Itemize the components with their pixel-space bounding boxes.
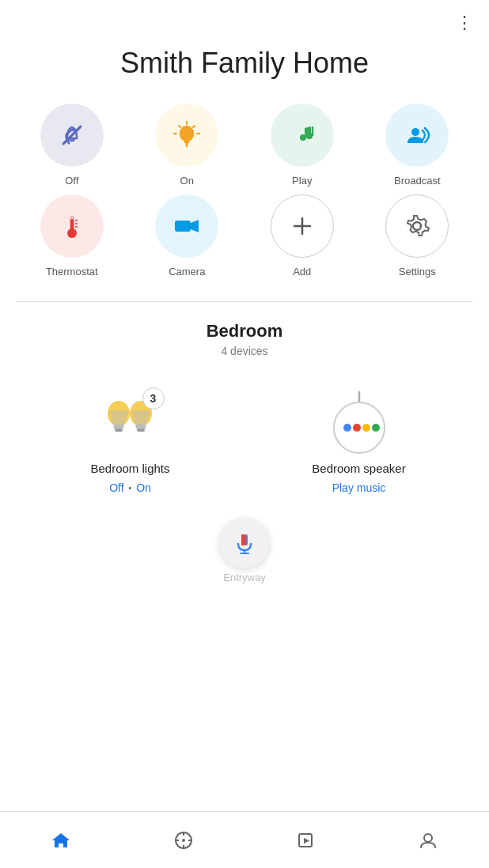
svg-point-26	[413, 222, 421, 230]
settings-label: Settings	[399, 266, 436, 277]
room-device-count: 4 devices	[0, 345, 489, 357]
off-label: Off	[65, 175, 78, 187]
svg-point-14	[411, 128, 419, 136]
svg-marker-23	[191, 220, 199, 232]
shortcut-on[interactable]: On	[131, 104, 244, 187]
on-label: On	[180, 175, 194, 187]
nav-home[interactable]	[35, 824, 87, 857]
speaker-action: Play music	[332, 481, 386, 494]
device-bedroom-speaker[interactable]: Bedroom speaker Play music	[244, 376, 473, 510]
mic-button[interactable]	[219, 518, 270, 568]
svg-rect-22	[175, 221, 191, 232]
home-title: Smith Family Home	[0, 32, 489, 104]
section-divider	[16, 301, 473, 302]
more-options-button[interactable]: ⋮	[456, 14, 475, 32]
account-icon	[418, 830, 438, 851]
svg-marker-30	[109, 410, 128, 429]
status-separator: •	[129, 484, 132, 492]
entryway-label: Entryway	[0, 568, 489, 647]
svg-point-37	[343, 424, 351, 432]
nav-explore[interactable]	[157, 824, 210, 857]
broadcast-icon	[401, 119, 433, 151]
svg-line-8	[179, 126, 180, 127]
svg-point-47	[182, 839, 185, 842]
shortcut-play[interactable]: Play	[246, 104, 358, 187]
thermostat-icon	[57, 211, 87, 241]
thermostat-label: Thermostat	[46, 266, 98, 277]
svg-marker-34	[131, 410, 150, 429]
shortcut-add[interactable]: Add	[246, 194, 358, 277]
routines-icon	[295, 830, 316, 851]
broadcast-circle	[385, 104, 449, 167]
camera-circle	[155, 194, 218, 258]
lights-device-name: Bedroom lights	[90, 462, 169, 475]
lights-status-on: On	[136, 481, 151, 494]
settings-icon	[404, 213, 430, 240]
off-circle	[40, 104, 104, 167]
add-label: Add	[293, 266, 311, 277]
play-icon	[287, 120, 317, 150]
room-name: Bedroom	[0, 321, 489, 342]
on-circle	[155, 104, 218, 167]
bottom-navigation	[0, 811, 489, 868]
lights-device-status: Off • On	[109, 481, 151, 494]
shortcut-thermostat[interactable]: Thermostat	[16, 194, 128, 277]
camera-icon	[172, 211, 202, 241]
camera-label: Camera	[169, 266, 205, 277]
play-circle	[271, 104, 334, 167]
shortcut-off[interactable]: Off	[16, 104, 128, 187]
svg-point-40	[372, 424, 380, 432]
svg-point-38	[353, 424, 361, 432]
mic-icon	[233, 531, 256, 555]
shortcuts-grid: Off On	[0, 104, 489, 293]
shortcut-camera[interactable]: Camera	[131, 194, 244, 277]
room-section: Bedroom 4 devices	[0, 321, 489, 647]
svg-line-6	[193, 126, 195, 127]
svg-rect-45	[244, 534, 248, 545]
svg-marker-53	[304, 838, 309, 843]
lights-icon-wrap: 3	[95, 384, 166, 455]
shortcut-settings[interactable]: Settings	[362, 194, 474, 277]
svg-point-2	[180, 126, 193, 141]
thermostat-circle	[40, 194, 104, 258]
shortcut-broadcast[interactable]: Broadcast	[362, 104, 474, 187]
play-label: Play	[292, 175, 312, 187]
lights-status-off: Off	[109, 481, 123, 494]
mic-container	[0, 518, 489, 568]
on-icon	[171, 119, 203, 151]
svg-point-54	[424, 834, 432, 842]
broadcast-label: Broadcast	[394, 175, 441, 187]
nav-account[interactable]	[402, 824, 454, 857]
nav-routines[interactable]	[279, 824, 332, 857]
explore-icon	[173, 830, 194, 851]
speaker-icon-wrap	[324, 384, 395, 455]
lights-badge: 3	[142, 387, 165, 409]
header: ⋮	[0, 0, 489, 32]
devices-grid: 3 Bedroom lights Off • On	[0, 376, 489, 510]
add-circle	[271, 194, 334, 258]
settings-circle	[385, 194, 449, 258]
svg-point-39	[362, 424, 370, 432]
home-icon	[51, 830, 71, 851]
off-icon	[58, 121, 86, 149]
speaker-device-status: Play music	[332, 481, 386, 494]
device-bedroom-lights[interactable]: 3 Bedroom lights Off • On	[16, 376, 244, 510]
svg-rect-44	[241, 534, 244, 545]
speaker-device-name: Bedroom speaker	[312, 462, 405, 475]
svg-rect-18	[70, 222, 74, 233]
add-icon	[290, 213, 315, 239]
speaker-icon	[324, 384, 395, 455]
